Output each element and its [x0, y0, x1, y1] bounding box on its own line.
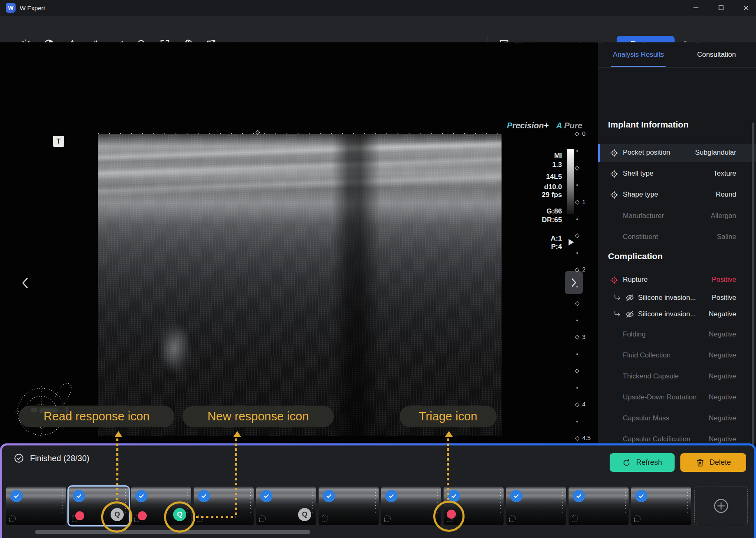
close-button[interactable] [737, 0, 756, 16]
row-silicone-invasion-1[interactable]: Silicone invasion... Positive [598, 289, 756, 306]
thumbnail-5[interactable]: Q [256, 487, 316, 525]
checkbox-checked-icon[interactable] [573, 490, 585, 502]
checkbox-checked-icon[interactable] [510, 490, 522, 502]
a-value-label: A:1 [530, 234, 562, 243]
refresh-label: Refresh [636, 458, 662, 467]
precision-mode-label: Precision+ [507, 121, 549, 130]
annotation-dotted-line [235, 438, 237, 517]
tab-analysis-results[interactable]: Analysis Results [601, 42, 675, 67]
ruler-dot [576, 320, 578, 321]
annotation-new-response: New response icon [183, 406, 334, 427]
ruler-dot [576, 387, 578, 389]
annotation-circle-new-response [164, 501, 195, 533]
ruler-label-3: 3 [582, 333, 594, 340]
focus-marker-icon [569, 239, 574, 246]
row-shell-type[interactable]: Shell type Texture [598, 165, 756, 183]
read-response-badge-icon[interactable]: Q [298, 508, 311, 521]
ruler-diamond [575, 301, 579, 306]
ruler-dot [576, 353, 578, 355]
ruler-diamond [575, 369, 579, 373]
next-image-button[interactable] [565, 271, 583, 294]
row-upside-down-rotation[interactable]: Upside-Down Roatation Negative [598, 389, 756, 407]
app-logo-icon: W [6, 3, 16, 13]
ruler-diamond [575, 132, 579, 136]
target-icon [610, 148, 619, 158]
thumbnail-1[interactable] [6, 487, 66, 525]
ruler-dot [576, 252, 578, 254]
check-circle-icon [14, 453, 24, 464]
thumbnail-6[interactable] [319, 487, 379, 525]
checkbox-checked-icon[interactable] [198, 490, 210, 502]
thumbnail-11[interactable] [631, 487, 691, 525]
previous-image-chevron[interactable] [19, 275, 32, 291]
annotation-read-response: Read response icon [19, 406, 174, 427]
delete-label: Delete [710, 458, 731, 467]
checkbox-checked-icon[interactable] [385, 490, 398, 502]
ruler-diamond [575, 335, 579, 339]
ruler-label-4: 4 [582, 401, 594, 408]
target-icon-red [610, 276, 619, 285]
gain-label: G:86 [530, 207, 562, 216]
annotation-triage: Triage icon [400, 406, 497, 427]
refresh-button[interactable]: Refresh [610, 453, 675, 472]
row-silicone-invasion-2[interactable]: Silicone invasion... Negative [598, 306, 756, 322]
row-thickend-capsule[interactable]: Thickend Capsule Negative [598, 368, 756, 386]
eye-off-icon [625, 310, 634, 319]
checkbox-checked-icon[interactable] [73, 490, 85, 502]
row-capsular-mass[interactable]: Capsular Mass Negative [598, 410, 756, 428]
ultrasound-viewer: T Precision+ A Pure MI 1.3 14L5 d10.0 29… [0, 42, 598, 443]
checkbox-checked-icon[interactable] [10, 490, 23, 502]
ruler-diamond [575, 166, 579, 170]
delete-button[interactable]: Delete [680, 453, 746, 472]
finished-status: Finished (28/30) [14, 453, 90, 464]
checkbox-checked-icon[interactable] [635, 490, 647, 502]
title-bar: W W Expert [0, 0, 756, 16]
active-tab-underline [611, 66, 666, 67]
plus-circle-icon [712, 497, 730, 515]
ruler-dot [576, 286, 578, 288]
apure-mode-label: A Pure [556, 121, 583, 130]
triage-dot-icon [138, 511, 147, 520]
probe-label: 14L5 [530, 173, 562, 182]
ultrasound-image[interactable] [98, 134, 502, 436]
analysis-panel: Analysis Results Consultation Implant In… [598, 42, 756, 443]
panel-scrollbar[interactable] [752, 123, 754, 480]
annotation-circle-read-response [101, 501, 132, 533]
annotation-dotted-line [447, 438, 449, 501]
ruler-label-1: 1 [582, 198, 594, 205]
eye-off-icon [625, 293, 634, 302]
row-folding[interactable]: Folding Negative [598, 326, 756, 344]
row-pocket-position[interactable]: Pocket position Subglandular [598, 144, 756, 162]
toolbar: Ella Morgan | MAY 8, 2025 Report Patient… [0, 16, 756, 42]
row-constituent[interactable]: Constituent Saline [598, 228, 756, 246]
mi-value: 1.3 [530, 161, 562, 170]
checkbox-checked-icon[interactable] [135, 490, 148, 502]
tab-consultation[interactable]: Consultation [680, 42, 754, 67]
checkbox-checked-icon[interactable] [323, 490, 335, 502]
row-rupture[interactable]: Rupture Positive [598, 271, 756, 289]
section-complication: Complication [608, 251, 663, 261]
grayscale-bar [567, 149, 574, 214]
target-icon [610, 190, 619, 199]
ruler-diamond [575, 233, 579, 238]
row-fluid-collection[interactable]: Fluid Collection Negative [598, 347, 756, 365]
tabs-divider [598, 67, 756, 68]
thumbnail-4[interactable] [194, 487, 254, 525]
annotation-arrow-icon [445, 431, 453, 437]
ruler-label-2: 2 [582, 266, 594, 273]
annotation-dotted-line [116, 438, 118, 501]
minimize-button[interactable] [687, 0, 705, 16]
thumbnail-7[interactable] [381, 487, 441, 525]
checkbox-checked-icon[interactable] [260, 490, 273, 502]
annotation-dotted-line [196, 516, 236, 518]
row-shape-type[interactable]: Shape type Round [598, 186, 756, 204]
maximize-button[interactable] [712, 0, 731, 16]
section-implant-information: Implant Information [608, 120, 689, 130]
row-manufacturer[interactable]: Manufacturer Allergan [598, 207, 756, 225]
add-image-tile[interactable] [694, 487, 748, 525]
ruler-label-0: 0 [582, 130, 594, 137]
triage-dot-icon [75, 511, 84, 520]
thumbnail-10[interactable] [569, 487, 629, 525]
corner-down-right-icon [613, 293, 622, 302]
thumbnail-9[interactable] [506, 487, 566, 525]
